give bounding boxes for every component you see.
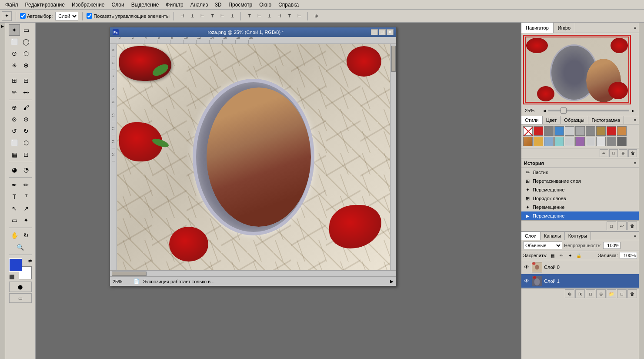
eraser-tool[interactable]: ⬜ (9, 137, 20, 148)
polygonal-lasso-tool[interactable]: ⬡ (20, 48, 32, 59)
align-bottom-icon[interactable]: ⊥ (228, 12, 237, 20)
scrollbar-h-thumb[interactable] (112, 272, 147, 276)
dist-left-icon[interactable]: ⊣ (275, 12, 284, 20)
swatch-12[interactable] (544, 137, 554, 146)
histogram-tab[interactable]: Гистограмма (588, 116, 624, 124)
swatch-4[interactable] (565, 126, 574, 136)
swatch-3[interactable] (554, 126, 564, 136)
align-left-icon[interactable]: ⊣ (178, 12, 187, 20)
history-item-4[interactable]: ⊞ Порядок слоев (521, 194, 639, 203)
eyedropper-tool[interactable]: ✏ (9, 87, 20, 98)
styles-menu-btn[interactable]: ≡ (631, 116, 639, 124)
auto-select-checkbox[interactable] (20, 13, 26, 19)
swatch-13[interactable] (554, 137, 564, 146)
swatch-6[interactable] (586, 126, 595, 136)
artboard-tool[interactable]: ▭ (20, 24, 32, 36)
color-tab[interactable]: Цвет (543, 116, 561, 124)
spot-heal-tool[interactable]: ⊕ (9, 102, 20, 113)
styles-action-2[interactable]: □ (609, 149, 618, 157)
dist-right-icon[interactable]: ⊢ (295, 12, 304, 20)
menu-filter[interactable]: Фильтр (162, 1, 187, 9)
swatch-2[interactable] (544, 126, 554, 136)
layer-item-1[interactable]: 👁 Слой 1 (521, 274, 639, 288)
quick-mask-btn[interactable]: ⬤ (9, 282, 32, 292)
vertical-text-tool[interactable]: ᵀ (20, 191, 32, 202)
layers-menu-btn[interactable]: ≡ (631, 232, 639, 240)
rotate-view-tool[interactable]: ↻ (20, 230, 32, 241)
crop-tool[interactable]: ⊞ (9, 75, 20, 86)
freeform-pen-tool[interactable]: ✏ (20, 179, 32, 191)
menu-analysis[interactable]: Анализ (187, 1, 212, 9)
layer-1-visibility[interactable]: 👁 (523, 278, 530, 285)
auto-select-dropdown[interactable]: Слой (55, 12, 78, 20)
doc-minimize-btn[interactable]: _ (371, 29, 378, 35)
doc-canvas[interactable] (117, 44, 390, 270)
zoom-tool[interactable]: 🔍 (15, 242, 26, 253)
align-right-icon[interactable]: ⊢ (198, 12, 207, 20)
auto-align-icon[interactable]: ⊕ (312, 12, 320, 20)
zoom-slider-thumb[interactable] (561, 107, 567, 114)
show-controls-checkbox[interactable] (87, 13, 92, 19)
styles-action-1[interactable]: ↩ (600, 149, 608, 157)
move-tool-options[interactable]: ✦ (2, 11, 12, 21)
layers-mask-btn[interactable]: □ (586, 289, 595, 298)
pen-tool[interactable]: ✒ (9, 179, 20, 191)
lock-all-btn[interactable]: 🔒 (575, 252, 582, 259)
ruler-tool[interactable]: ⊷ (20, 87, 32, 98)
menu-image[interactable]: Изображение (68, 1, 108, 9)
history-item-6[interactable]: ▶ Перемещение (521, 211, 639, 220)
styles-action-delete[interactable]: 🗑 (628, 149, 637, 157)
swatch-17[interactable] (596, 137, 606, 146)
gradient-tool[interactable]: ▦ (9, 149, 20, 160)
layers-fx-btn[interactable]: fx (575, 289, 585, 298)
doc-maximize-btn[interactable]: □ (379, 29, 386, 35)
dist-top-icon[interactable]: ⊤ (245, 12, 254, 20)
layers-tab[interactable]: Слои (521, 232, 541, 240)
rect-shape-tool[interactable]: ▭ (9, 215, 20, 226)
pattern-stamp-tool[interactable]: ⊛ (20, 114, 32, 125)
swatches-tab[interactable]: Образцы (561, 116, 588, 124)
left-panel-collapse[interactable]: ▶ (0, 23, 5, 359)
marquee-tool[interactable]: ⬜ (9, 36, 20, 47)
lasso-tool[interactable]: ⊙ (9, 48, 20, 59)
zoom-slider[interactable] (548, 110, 629, 111)
swatch-18[interactable] (607, 137, 616, 146)
move-tool[interactable]: ✦ (9, 24, 20, 36)
ellipse-marquee-tool[interactable]: ◯ (20, 36, 32, 47)
history-item-5[interactable]: ✦ Перемещение (521, 203, 639, 211)
doc-scrollbar-h[interactable] (110, 270, 396, 276)
doc-scrollbar-v[interactable] (390, 44, 396, 270)
align-top-icon[interactable]: ⊤ (208, 12, 217, 20)
layer-0-visibility[interactable]: 👁 (523, 264, 530, 271)
menu-layers[interactable]: Слои (108, 1, 128, 9)
history-item-1[interactable]: ✏ Ластик (521, 168, 639, 177)
lock-pixels-btn[interactable]: ✏ (558, 252, 565, 259)
align-center-h-icon[interactable]: ⊥ (188, 12, 197, 20)
channels-tab[interactable]: Каналы (541, 232, 565, 240)
magic-wand-tool[interactable]: ⊕ (20, 60, 32, 71)
info-tab[interactable]: Инфо (554, 23, 575, 33)
text-tool[interactable]: T (9, 191, 20, 202)
swatch-10[interactable] (523, 137, 533, 146)
swatch-14[interactable] (565, 137, 574, 146)
menu-select[interactable]: Выделение (128, 1, 163, 9)
swatch-11[interactable] (534, 137, 543, 146)
layers-new-btn[interactable]: □ (617, 289, 627, 298)
direct-select-tool[interactable]: ↗ (20, 203, 32, 214)
hand-tool[interactable]: ✋ (9, 230, 20, 241)
dist-hcenter-icon[interactable]: ⊤ (285, 12, 294, 20)
scrollbar-v-thumb[interactable] (391, 46, 396, 72)
burn-tool[interactable]: ◔ (20, 164, 32, 175)
swatch-8[interactable] (607, 126, 616, 136)
show-controls-label[interactable]: Показать управляющие элементы (87, 13, 170, 19)
styles-action-3[interactable]: ⊕ (619, 149, 627, 157)
menu-3d[interactable]: 3D (211, 1, 225, 9)
swatch-19[interactable] (617, 137, 627, 146)
fill-input[interactable] (620, 252, 637, 259)
history-restore[interactable]: ↩ (617, 221, 627, 230)
navigator-menu-btn[interactable]: ≡ (631, 23, 639, 33)
menu-help[interactable]: Справка (275, 1, 302, 9)
history-brush-tool[interactable]: ↺ (9, 125, 20, 137)
history-menu-btn[interactable]: ≡ (634, 161, 636, 165)
dist-bottom-icon[interactable]: ⊥ (265, 12, 274, 20)
